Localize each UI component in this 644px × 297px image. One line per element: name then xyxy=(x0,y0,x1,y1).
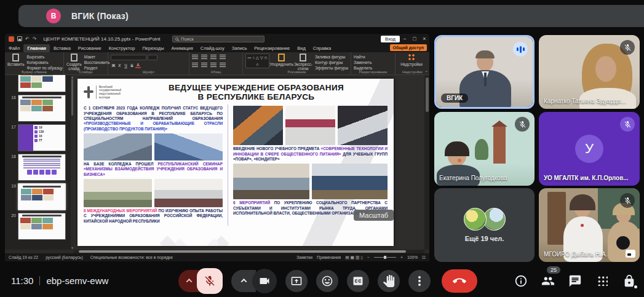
accessibility-status[interactable]: Специальные возможности: все в порядке xyxy=(90,255,173,259)
reset-button[interactable]: Восстановить xyxy=(84,60,110,65)
numbering-button[interactable] xyxy=(201,55,207,60)
tile-vgik[interactable]: ВГИК xyxy=(434,35,535,109)
thumbnail-slide-16[interactable]: 16 xyxy=(9,95,73,122)
cut-button[interactable]: Вырезать xyxy=(27,55,63,59)
camera-button[interactable] xyxy=(252,269,277,293)
tab-insert[interactable]: Вставка xyxy=(50,44,74,52)
language-status[interactable]: русский (Беларусь) xyxy=(46,255,83,259)
thumbnail-slide-20[interactable]: 20 xyxy=(9,213,73,240)
presenter-title: ВГИК (Показ) xyxy=(71,11,129,21)
reactions-button[interactable] xyxy=(316,270,338,292)
thumbnail-slide-19-selected[interactable]: 19 xyxy=(9,183,73,210)
indent-decrease-button[interactable] xyxy=(210,55,217,60)
captions-icon xyxy=(352,275,364,287)
tab-slideshow[interactable]: Слайд-шоу xyxy=(197,44,228,52)
minimize-icon[interactable]: − xyxy=(400,36,410,42)
format-painter-button[interactable]: Формат по образцу xyxy=(27,66,63,70)
tab-file[interactable]: Файл xyxy=(5,44,23,52)
layout-button[interactable]: Макет xyxy=(84,55,110,59)
quick-styles-button[interactable]: Экспресс-стили xyxy=(294,53,312,71)
tab-design[interactable]: Конструктор xyxy=(105,44,139,52)
align-left-button[interactable] xyxy=(192,63,198,68)
undo-icon[interactable]: ↶ xyxy=(25,36,30,42)
participants-button[interactable]: 25 xyxy=(541,274,555,288)
chat-button[interactable] xyxy=(568,274,582,288)
redo-icon[interactable]: ↷ xyxy=(33,36,37,42)
shape-outline-button[interactable]: Контур фигуры xyxy=(315,60,348,65)
bold-button[interactable]: Ж xyxy=(111,63,116,68)
restore-icon[interactable]: □ xyxy=(410,36,419,42)
comments-toggle[interactable]: Примечания xyxy=(317,255,341,259)
font-size-box[interactable] xyxy=(148,55,157,60)
align-right-button[interactable] xyxy=(210,63,217,68)
indent-increase-button[interactable] xyxy=(220,55,226,60)
underline-button[interactable]: Ч xyxy=(123,63,129,68)
tile-mgaltk[interactable]: У УО МГАЛТК им. К.П.Орлов... xyxy=(539,112,640,186)
tab-record[interactable]: Запись xyxy=(228,44,251,52)
paste-button[interactable]: Вставить xyxy=(7,53,25,66)
bullets-button[interactable] xyxy=(192,55,198,60)
tile-more-participants[interactable]: Ещё 19 чел. xyxy=(434,188,535,262)
chevron-up-icon xyxy=(186,279,192,285)
mic-mute-button[interactable] xyxy=(197,268,223,294)
new-slide-button[interactable]: Создать слайд xyxy=(66,53,82,71)
zoom-level[interactable]: 100% xyxy=(407,255,418,259)
thumbnail-slide-17[interactable]: 17 19 130 16 77 xyxy=(9,124,73,151)
end-call-button[interactable] xyxy=(442,269,477,293)
raise-hand-button[interactable] xyxy=(378,270,400,292)
addins-button[interactable]: Надстройки xyxy=(398,53,425,66)
more-options-button[interactable] xyxy=(408,270,431,292)
shapes-gallery[interactable]: ▭ ○ △ ▽ ◇ ☆ ○ ▭ △ ◇ ▽ ☆ xyxy=(245,53,269,68)
tab-transitions[interactable]: Переходы xyxy=(138,44,167,52)
zoom-slider[interactable] xyxy=(374,257,396,258)
mic-options-button[interactable] xyxy=(178,270,199,292)
save-icon[interactable] xyxy=(17,36,22,41)
present-button[interactable] xyxy=(285,270,308,292)
share-button[interactable]: Общий доступ xyxy=(390,44,427,51)
tile-polugodkova[interactable]: Екатерина Полугодкова xyxy=(434,112,535,186)
shape-fill-button[interactable]: Заливка фигуры xyxy=(315,55,348,59)
strikethrough-button[interactable]: S xyxy=(129,63,135,68)
picture-in-picture-icon[interactable] xyxy=(626,250,635,258)
font-color-button[interactable]: А xyxy=(135,63,141,68)
view-buttons[interactable]: ▤ ▦ ▥ ▯ xyxy=(345,255,363,260)
tab-animations[interactable]: Анимация xyxy=(168,44,197,52)
fit-slide-button[interactable]: ⊡ xyxy=(422,255,426,260)
tab-view[interactable]: Вид xyxy=(293,44,309,52)
thumbnail-slide-15[interactable]: 15 xyxy=(9,75,73,92)
window-title: ЦЕНТР КОМПЕТЕНЦИЙ 14.10.25.pptx - PowerP… xyxy=(43,36,160,42)
info-icon xyxy=(514,274,528,288)
font-name-box[interactable] xyxy=(111,55,146,60)
tab-review[interactable]: Рецензирование xyxy=(250,44,293,52)
zoom-out-button[interactable]: − xyxy=(367,255,370,259)
justify-button[interactable] xyxy=(220,63,226,68)
host-controls-button[interactable] xyxy=(622,274,637,288)
tile-karnatko[interactable]: Карнатко Татьяна Эдуардо... xyxy=(539,35,640,109)
collapse-ribbon-icon[interactable]: ⌄ xyxy=(424,68,428,73)
section-button[interactable]: Раздел xyxy=(84,66,110,70)
activities-button[interactable] xyxy=(595,274,610,288)
thumbnail-slide-18[interactable]: 18 xyxy=(9,154,73,181)
copy-button[interactable]: Копировать xyxy=(27,60,63,65)
meeting-details-button[interactable] xyxy=(514,274,528,288)
search-input[interactable]: Поиск xyxy=(172,36,264,42)
italic-button[interactable]: К xyxy=(117,63,122,68)
sign-in-button[interactable]: Вход xyxy=(381,36,400,42)
shape-effects-button[interactable]: Эффекты фигуры xyxy=(315,66,348,70)
tab-help[interactable]: Справка xyxy=(309,44,335,52)
close-icon[interactable]: × xyxy=(419,36,429,42)
zoom-in-button[interactable]: + xyxy=(400,255,403,259)
meet-control-bar: 11:30 ebp-semv-eww xyxy=(0,264,644,297)
select-button[interactable]: Выделить xyxy=(354,66,372,70)
align-center-button[interactable] xyxy=(201,63,207,68)
search-icon xyxy=(175,38,178,41)
notes-toggle[interactable]: Заметки xyxy=(296,255,312,259)
tab-draw[interactable]: Рисование xyxy=(74,44,105,52)
tile-mgoiro[interactable]: МГОИРО Дыбаль Н.А. xyxy=(539,188,640,262)
canvas-scrollbar-vertical[interactable] xyxy=(424,75,429,250)
arrange-button[interactable]: Упорядочить xyxy=(272,53,292,66)
captions-button[interactable] xyxy=(347,270,369,292)
tab-home[interactable]: Главная xyxy=(23,44,50,52)
replace-button[interactable]: Заменить xyxy=(354,60,372,65)
find-button[interactable]: Найти xyxy=(354,55,372,59)
